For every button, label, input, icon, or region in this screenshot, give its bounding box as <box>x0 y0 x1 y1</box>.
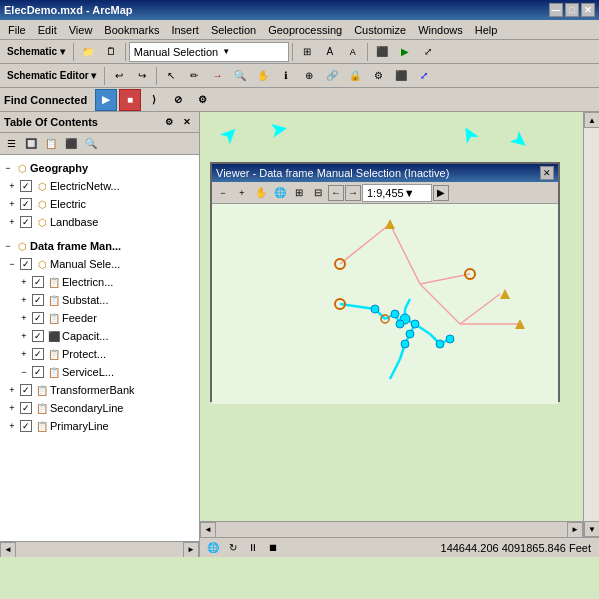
manual-selection-dropdown[interactable]: Manual Selection ▼ <box>129 42 289 62</box>
lb-checkbox[interactable] <box>20 216 32 228</box>
expand-icon[interactable]: ⤢ <box>417 41 439 63</box>
zoom-map-icon[interactable]: 🔍 <box>229 65 251 87</box>
move-icon[interactable]: ⊕ <box>298 65 320 87</box>
export-icon[interactable]: ⤢ <box>413 65 435 87</box>
en2-checkbox[interactable] <box>32 276 44 288</box>
toc-display-icon[interactable]: 📋 <box>42 135 60 153</box>
pr-checkbox[interactable] <box>32 348 44 360</box>
status-world-icon[interactable]: 🌐 <box>204 538 222 556</box>
menu-help[interactable]: Help <box>469 20 504 39</box>
fe-checkbox[interactable] <box>32 312 44 324</box>
vscroll-down-button[interactable]: ▼ <box>584 521 599 537</box>
toc-select-icon[interactable]: ⬛ <box>62 135 80 153</box>
viewer-back-icon[interactable]: ← <box>328 185 344 201</box>
minimize-button[interactable]: — <box>549 3 563 17</box>
toc-item-electric[interactable]: + ⬡ Electric <box>4 195 199 213</box>
redo-icon[interactable]: ↪ <box>131 65 153 87</box>
tb-checkbox[interactable] <box>20 384 32 396</box>
toc-source-icon[interactable]: 🔲 <box>22 135 40 153</box>
viewer-next-icon[interactable]: ▶ <box>433 185 449 201</box>
sl-checkbox[interactable] <box>32 366 44 378</box>
toc-options-icon[interactable]: ⚙ <box>161 114 177 130</box>
toc-item-servicel[interactable]: − 📋 ServiceL... <box>16 363 199 381</box>
ms-checkbox[interactable] <box>20 258 32 270</box>
status-stop-icon[interactable]: ⏹ <box>264 538 282 556</box>
layer-icon[interactable]: ⬛ <box>371 41 393 63</box>
undo-icon[interactable]: ↩ <box>108 65 130 87</box>
toc-scroll-right[interactable]: ► <box>183 542 199 558</box>
toc-close-icon[interactable]: ✕ <box>179 114 195 130</box>
toc-list-icon[interactable]: ☰ <box>2 135 20 153</box>
menu-customize[interactable]: Customize <box>348 20 412 39</box>
pan-icon[interactable]: ✋ <box>252 65 274 87</box>
play-icon[interactable]: ▶ <box>394 41 416 63</box>
toc-scroll-left[interactable]: ◄ <box>0 542 16 558</box>
viewer-close-button[interactable]: ✕ <box>540 166 554 180</box>
link-icon[interactable]: 🔗 <box>321 65 343 87</box>
viewer-forward-icon[interactable]: → <box>345 185 361 201</box>
toc-item-substat[interactable]: + 📋 Substat... <box>16 291 199 309</box>
viewer-extent1-icon[interactable]: ⊞ <box>290 184 308 202</box>
fc-step-icon[interactable]: ⟩ <box>143 89 165 111</box>
viewer-content[interactable] <box>212 204 558 404</box>
fc-stop-icon[interactable]: ■ <box>119 89 141 111</box>
toc-item-electricnetwork[interactable]: + ⬡ ElectricNetw... <box>4 177 199 195</box>
el-checkbox[interactable] <box>20 198 32 210</box>
layout-icon[interactable]: ⬛ <box>390 65 412 87</box>
viewer-zoom-in-icon[interactable]: + <box>233 184 251 202</box>
menu-selection[interactable]: Selection <box>205 20 262 39</box>
toc-item-primaryline[interactable]: + 📋 PrimaryLine <box>4 417 199 435</box>
ss-checkbox[interactable] <box>32 294 44 306</box>
lock-icon[interactable]: 🔒 <box>344 65 366 87</box>
secl-checkbox[interactable] <box>20 402 32 414</box>
menu-geoprocessing[interactable]: Geoprocessing <box>262 20 348 39</box>
viewer-extent2-icon[interactable]: ⊟ <box>309 184 327 202</box>
toc-item-geography-group[interactable]: − ⬡ Geography <box>0 159 199 177</box>
toc-item-protect[interactable]: + 📋 Protect... <box>16 345 199 363</box>
toc-item-landbase[interactable]: + ⬡ Landbase <box>4 213 199 231</box>
zoom-extent-icon[interactable]: ⊞ <box>296 41 318 63</box>
maximize-button[interactable]: □ <box>565 3 579 17</box>
toc-item-feeder[interactable]: + 📋 Feeder <box>16 309 199 327</box>
toc-item-electricn2[interactable]: + 📋 Electricn... <box>16 273 199 291</box>
fc-options-icon[interactable]: ⚙ <box>191 89 213 111</box>
zoom-in-icon[interactable]: A <box>319 41 341 63</box>
menu-view[interactable]: View <box>63 20 99 39</box>
en-checkbox[interactable] <box>20 180 32 192</box>
vscroll-track[interactable] <box>584 128 599 521</box>
close-button[interactable]: ✕ <box>581 3 595 17</box>
edit-icon[interactable]: ✏ <box>183 65 205 87</box>
pl-checkbox[interactable] <box>20 420 32 432</box>
menu-windows[interactable]: Windows <box>412 20 469 39</box>
hscroll-left-button[interactable]: ◄ <box>200 522 216 538</box>
viewer-globe-icon[interactable]: 🌐 <box>271 184 289 202</box>
toc-item-manualsele[interactable]: − ⬡ Manual Sele... <box>4 255 199 273</box>
align-icon[interactable]: ⚙ <box>367 65 389 87</box>
menu-edit[interactable]: Edit <box>32 20 63 39</box>
ca-checkbox[interactable] <box>32 330 44 342</box>
toc-item-secondaryline[interactable]: + 📋 SecondaryLine <box>4 399 199 417</box>
route-icon[interactable]: → <box>206 65 228 87</box>
identify-icon[interactable]: ℹ <box>275 65 297 87</box>
status-pause-icon[interactable]: ⏸ <box>244 538 262 556</box>
new-icon[interactable]: 🗒 <box>100 41 122 63</box>
viewer-scale-dropdown[interactable]: 1:9,455 ▼ <box>362 184 432 202</box>
viewer-zoom-out-icon[interactable]: − <box>214 184 232 202</box>
toc-item-transformerbank[interactable]: + 📋 TransformerBank <box>4 381 199 399</box>
schematic-editor-dropdown-button[interactable]: Schematic Editor ▾ <box>2 65 101 87</box>
menu-bookmarks[interactable]: Bookmarks <box>98 20 165 39</box>
toc-item-capacit[interactable]: + ⬛ Capacit... <box>16 327 199 345</box>
map-area[interactable]: ➤ ➤ ➤ ➤ Viewer - Data frame Manual Selec… <box>200 112 599 557</box>
hscroll-right-button[interactable]: ► <box>567 522 583 538</box>
window-controls[interactable]: — □ ✕ <box>549 3 595 17</box>
toc-item-dataframe-group[interactable]: − ⬡ Data frame Man... <box>0 237 199 255</box>
schematic-dropdown-button[interactable]: Schematic ▾ <box>2 41 70 63</box>
fc-play-icon[interactable]: ▶ <box>95 89 117 111</box>
menu-file[interactable]: File <box>2 20 32 39</box>
fc-barrier-icon[interactable]: ⊘ <box>167 89 189 111</box>
select-icon[interactable]: ↖ <box>160 65 182 87</box>
viewer-pan-icon[interactable]: ✋ <box>252 184 270 202</box>
status-refresh-icon[interactable]: ↻ <box>224 538 242 556</box>
vscroll-up-button[interactable]: ▲ <box>584 112 599 128</box>
folder-icon[interactable]: 📁 <box>77 41 99 63</box>
